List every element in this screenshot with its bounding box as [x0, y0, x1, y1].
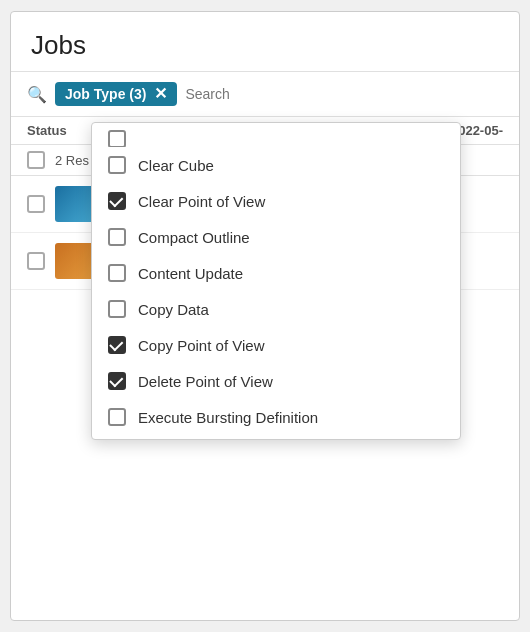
dropdown-partial-item: [92, 127, 460, 147]
label-clear-cube: Clear Cube: [138, 157, 214, 174]
filter-chip-close-icon[interactable]: ✕: [154, 86, 167, 102]
select-all-checkbox[interactable]: [27, 151, 45, 169]
search-icon: 🔍: [27, 85, 47, 104]
label-copy-point-of-view: Copy Point of View: [138, 337, 264, 354]
label-content-update: Content Update: [138, 265, 243, 282]
dropdown-item-copy-data[interactable]: Copy Data: [92, 291, 460, 327]
dropdown-item-execute-bursting-definition[interactable]: Execute Bursting Definition: [92, 399, 460, 435]
checkbox-delete-point-of-view[interactable]: [108, 372, 126, 390]
dropdown-item-copy-point-of-view[interactable]: Copy Point of View: [92, 327, 460, 363]
checkbox-copy-data[interactable]: [108, 300, 126, 318]
dropdown-items-container: Clear CubeClear Point of ViewCompact Out…: [92, 147, 460, 435]
dropdown-item-compact-outline[interactable]: Compact Outline: [92, 219, 460, 255]
checkbox-compact-outline[interactable]: [108, 228, 126, 246]
checkbox-content-update[interactable]: [108, 264, 126, 282]
dropdown-item-delete-point-of-view[interactable]: Delete Point of View: [92, 363, 460, 399]
row-checkbox[interactable]: [27, 252, 45, 270]
label-delete-point-of-view: Delete Point of View: [138, 373, 273, 390]
page-container: Jobs 🔍 Job Type (3) ✕ Status 2022-05- 2 …: [10, 11, 520, 621]
checkbox-copy-point-of-view[interactable]: [108, 336, 126, 354]
search-input[interactable]: [185, 86, 503, 102]
label-compact-outline: Compact Outline: [138, 229, 250, 246]
dropdown-item-clear-cube[interactable]: Clear Cube: [92, 147, 460, 183]
page-title: Jobs: [31, 30, 499, 61]
job-type-dropdown: Clear CubeClear Point of ViewCompact Out…: [91, 122, 461, 440]
filter-bar: 🔍 Job Type (3) ✕: [11, 72, 519, 117]
label-clear-point-of-view: Clear Point of View: [138, 193, 265, 210]
checkbox-clear-point-of-view[interactable]: [108, 192, 126, 210]
row-checkbox[interactable]: [27, 195, 45, 213]
label-copy-data: Copy Data: [138, 301, 209, 318]
filter-chip-label: Job Type (3): [65, 86, 146, 102]
results-count: 2 Res: [55, 153, 89, 168]
checkbox-execute-bursting-definition[interactable]: [108, 408, 126, 426]
filter-chip[interactable]: Job Type (3) ✕: [55, 82, 177, 106]
checkbox-clear-cube[interactable]: [108, 156, 126, 174]
dropdown-item-content-update[interactable]: Content Update: [92, 255, 460, 291]
dropdown-item-clear-point-of-view[interactable]: Clear Point of View: [92, 183, 460, 219]
page-header: Jobs: [11, 12, 519, 72]
status-column-header: Status: [27, 123, 67, 138]
label-execute-bursting-definition: Execute Bursting Definition: [138, 409, 318, 426]
dropdown-item-checkbox[interactable]: [108, 130, 126, 148]
